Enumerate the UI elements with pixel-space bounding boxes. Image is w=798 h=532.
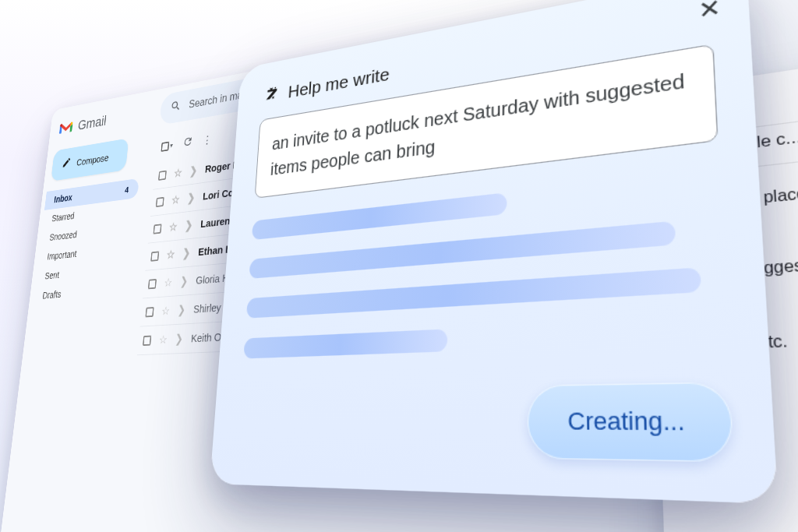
row-checkbox[interactable]	[154, 224, 162, 234]
loading-shimmer	[243, 168, 728, 358]
important-icon[interactable]: ❯	[189, 164, 198, 178]
compose-label: Compose	[76, 151, 110, 167]
sidebar-item-label: Snoozed	[49, 229, 78, 242]
refresh-icon[interactable]	[182, 135, 193, 150]
row-checkbox[interactable]	[148, 278, 157, 288]
dialog-title: Help me write	[288, 63, 390, 101]
sidebar-item-label: Important	[47, 248, 77, 261]
creating-label: Creating...	[567, 406, 685, 435]
important-icon[interactable]: ❯	[177, 302, 185, 316]
important-icon[interactable]: ❯	[185, 218, 193, 232]
star-icon[interactable]: ☆	[174, 166, 182, 180]
row-checkbox[interactable]	[150, 251, 159, 261]
pencil-icon	[62, 156, 72, 171]
sidebar-item-label: Sent	[44, 270, 60, 281]
row-checkbox[interactable]	[156, 196, 164, 206]
important-icon[interactable]: ❯	[175, 331, 183, 345]
search-icon	[170, 98, 182, 115]
shimmer-line	[243, 329, 447, 358]
star-icon[interactable]: ☆	[171, 192, 180, 206]
help-me-write-dialog: ✕ Help me write an invite to a potluck n…	[210, 0, 778, 503]
folder-list: Inbox 4 Starred Snoozed Important Sent D…	[33, 178, 139, 305]
sidebar-item-label: Drafts	[42, 288, 62, 300]
star-icon[interactable]: ☆	[168, 220, 178, 234]
select-all-checkbox[interactable]: ▾	[161, 140, 173, 151]
star-icon[interactable]: ☆	[158, 332, 168, 346]
gmail-brand: Gmail	[77, 112, 108, 133]
star-icon[interactable]: ☆	[166, 247, 175, 261]
gmail-logo-icon	[58, 120, 74, 136]
important-icon[interactable]: ❯	[187, 190, 196, 204]
more-icon[interactable]: ⋮	[203, 132, 212, 146]
dialog-footer: Creating...	[237, 382, 734, 462]
important-icon[interactable]: ❯	[182, 245, 191, 259]
shimmer-line	[252, 192, 507, 240]
star-icon[interactable]: ☆	[164, 275, 173, 289]
important-icon[interactable]: ❯	[179, 273, 188, 287]
star-icon[interactable]: ☆	[161, 303, 171, 317]
shimmer-line	[246, 266, 701, 318]
row-checkbox[interactable]	[145, 306, 154, 316]
creating-button[interactable]: Creating...	[527, 382, 734, 462]
row-checkbox[interactable]	[158, 170, 167, 180]
gmail-logo-row: Gmail	[52, 100, 147, 148]
sidebar-item-label: Inbox	[54, 192, 73, 204]
magic-wand-icon	[264, 83, 281, 106]
inbox-count: 4	[125, 184, 129, 194]
row-checkbox[interactable]	[143, 335, 151, 345]
close-icon[interactable]: ✕	[697, 0, 722, 25]
chevron-down-icon: ▾	[170, 141, 173, 149]
sidebar-item-label: Starred	[51, 210, 75, 224]
